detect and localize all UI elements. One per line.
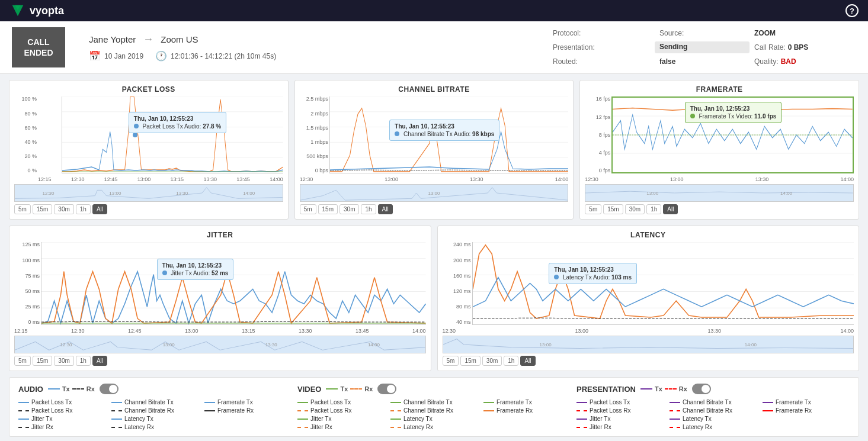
latency-y-axis: 240 ms 200 ms 160 ms 120 ms 80 ms 40 ms — [441, 242, 471, 325]
legend-item: Jitter Rx — [18, 424, 105, 430]
line-icon — [111, 410, 122, 411]
legend-item: Packet Loss Rx — [297, 407, 385, 414]
legend-text: Jitter Rx — [310, 424, 332, 430]
fr-time-btn-1h[interactable]: 1h — [646, 204, 661, 214]
audio-toggle-knob — [109, 385, 117, 393]
packet-loss-x-axis: 12:15 12:30 12:45 13:00 13:15 13:30 13:4… — [38, 176, 283, 182]
fr-time-btn-30m[interactable]: 30m — [625, 204, 645, 214]
packet-loss-svg — [62, 96, 283, 173]
pres-rx-line — [665, 388, 677, 390]
legend-text: Channel Bitrate Rx — [403, 407, 453, 414]
legend-item: Channel Bitrate Tx — [390, 399, 478, 405]
time-btn-5m[interactable]: 5m — [14, 204, 31, 214]
cb-time-btn-15m[interactable]: 15m — [318, 204, 338, 214]
legend-text: Framerate Tx — [497, 399, 532, 405]
audio-tx-label: Tx — [62, 385, 70, 392]
jt-time-btn-30m[interactable]: 30m — [54, 356, 73, 366]
vyopta-logo: vyopta — [9, 2, 64, 19]
video-tx-rx: Tx Rx — [326, 385, 373, 392]
presentation-label: PRESENTATION — [576, 385, 636, 394]
jitter-x-axis: 12:15 12:30 12:45 13:00 13:15 13:30 13:4… — [14, 328, 426, 334]
pres-rx-label: Rx — [679, 385, 687, 392]
channel-bitrate-time-buttons: 5m 15m 30m 1h All — [300, 204, 569, 214]
line-icon — [576, 402, 587, 403]
legend-item: Jitter Rx — [297, 424, 385, 430]
audio-toggle[interactable] — [100, 384, 118, 394]
time-btn-30m[interactable]: 30m — [54, 204, 73, 214]
fr-time-btn-5m[interactable]: 5m — [585, 204, 601, 214]
presentation-toggle[interactable] — [692, 384, 711, 394]
legend-item: Framerate Tx — [763, 399, 850, 405]
framerate-time-buttons: 5m 15m 30m 1h All — [585, 204, 854, 214]
time-meta: 🕐 12:01:36 - 14:12:21 (2h 10m 45s) — [155, 50, 276, 62]
lt-time-btn-15m[interactable]: 15m — [460, 356, 480, 366]
line-icon — [18, 410, 29, 411]
legend-item: Latency Tx — [111, 416, 198, 422]
call-rate-label: Call Rate: — [754, 43, 786, 51]
legend-text: Jitter Tx — [310, 416, 331, 422]
presentation-toggle-knob — [702, 385, 710, 393]
lt-time-btn-5m[interactable]: 5m — [443, 356, 459, 366]
legend-text: Jitter Rx — [590, 424, 611, 430]
line-icon — [297, 419, 308, 420]
call-info: Jane Yopter → Zoom US 📅 10 Jan 2019 🕐 12… — [77, 33, 288, 62]
main-content: PACKET LOSS 100 % 80 % 60 % 40 % 20 % 0 … — [0, 74, 868, 441]
top-nav: vyopta ? — [0, 0, 868, 21]
line-icon — [670, 410, 680, 411]
jitter-y-axis: 125 ms 100 ms 75 ms 50 ms 25 ms 0 ms — [13, 242, 40, 325]
line-icon — [204, 410, 215, 411]
cb-time-btn-all[interactable]: All — [378, 204, 393, 214]
legend-item: Packet Loss Rx — [18, 407, 105, 414]
video-toggle[interactable] — [377, 384, 396, 394]
cb-time-btn-1h[interactable]: 1h — [361, 204, 376, 214]
jt-time-btn-1h[interactable]: 1h — [76, 356, 91, 366]
channel-bitrate-minimap: 13:00 — [300, 184, 569, 202]
calendar-icon: 📅 — [89, 50, 101, 62]
framerate-area: Thu, Jan 10, 12:55:23 Framerate Tx Video… — [611, 96, 854, 173]
time-btn-1h[interactable]: 1h — [76, 204, 91, 214]
line-icon — [483, 402, 494, 403]
cb-time-btn-5m[interactable]: 5m — [300, 204, 316, 214]
line-icon — [576, 427, 587, 428]
minimap-svg — [15, 336, 425, 353]
audio-legend-items: Packet Loss Tx Channel Bitrate Tx Framer… — [18, 399, 292, 430]
fr-time-btn-all[interactable]: All — [663, 204, 678, 214]
legend-text: Packet Loss Rx — [31, 407, 72, 414]
legend-text: Jitter Tx — [590, 416, 610, 422]
legend-text: Framerate Tx — [776, 399, 811, 405]
legend-text: Framerate Rx — [497, 407, 533, 414]
audio-legend-header: AUDIO Tx Rx — [18, 384, 292, 394]
help-icon[interactable]: ? — [845, 4, 859, 17]
jt-time-btn-all[interactable]: All — [92, 356, 107, 366]
call-time-range: 12:01:36 - 14:12:21 (2h 10m 45s) — [171, 52, 276, 60]
fr-time-btn-15m[interactable]: 15m — [603, 204, 623, 214]
legend-item: Latency Rx — [390, 424, 478, 430]
framerate-tooltip: Thu, Jan 10, 12:55:23 Framerate Tx Video… — [685, 102, 782, 123]
jitter-time-buttons: 5m 15m 30m 1h All — [14, 356, 426, 366]
jt-time-btn-15m[interactable]: 15m — [33, 356, 52, 366]
cb-time-btn-30m[interactable]: 30m — [339, 204, 359, 214]
line-icon — [18, 427, 29, 428]
line-icon — [670, 427, 680, 428]
time-btn-15m[interactable]: 15m — [33, 204, 52, 214]
lt-time-btn-30m[interactable]: 30m — [482, 356, 502, 366]
line-icon — [390, 427, 401, 428]
lt-time-btn-1h[interactable]: 1h — [504, 356, 518, 366]
jt-time-btn-5m[interactable]: 5m — [14, 356, 31, 366]
legend-item: Jitter Tx — [297, 416, 385, 422]
channel-bitrate-area: Thu, Jan 10, 12:55:23 Channel Bitrate Tx… — [329, 96, 569, 173]
packet-loss-minimap: 12:30 13:00 13:30 14:00 — [14, 184, 283, 202]
logo-text: vyopta — [30, 5, 64, 17]
lt-time-btn-all[interactable]: All — [520, 356, 535, 366]
latency-chart: LATENCY 240 ms 200 ms 160 ms 120 ms 80 m… — [437, 226, 860, 371]
time-btn-all[interactable]: All — [92, 204, 107, 214]
video-tx-label: Tx — [340, 385, 348, 392]
video-tx-line — [326, 388, 338, 390]
latency-title: LATENCY — [443, 231, 854, 239]
minimap-svg — [585, 185, 853, 201]
legend-text: Latency Tx — [124, 416, 153, 422]
jitter-chart: JITTER 125 ms 100 ms 75 ms 50 ms 25 ms 0… — [9, 226, 431, 371]
line-icon — [576, 419, 587, 420]
legend-item — [763, 424, 850, 430]
legend-item: Latency Tx — [390, 416, 478, 422]
